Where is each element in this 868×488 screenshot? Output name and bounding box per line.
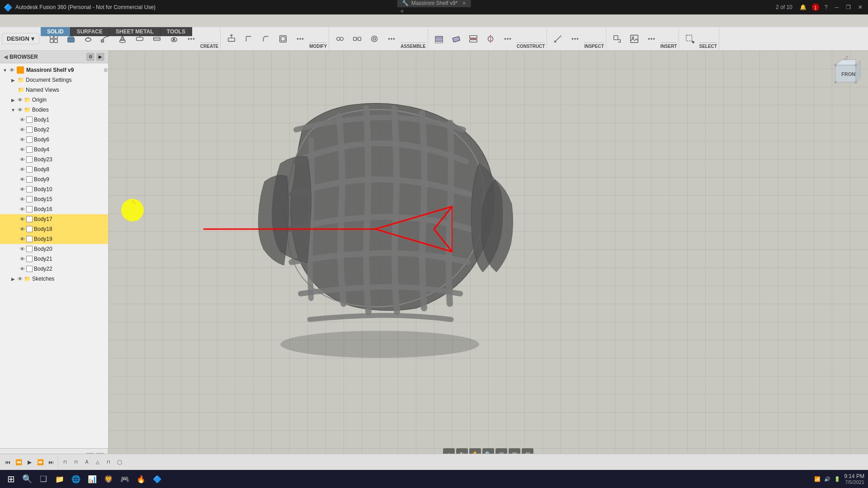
tree-body23[interactable]: 👁 Body23 <box>0 155 108 164</box>
browser-collapse-icon[interactable]: ◀ <box>4 54 8 60</box>
body19-eye-icon[interactable]: 👁 <box>20 236 25 242</box>
timeline-icon-2[interactable]: ⊓ <box>71 457 81 467</box>
canvas-btn[interactable] <box>626 33 642 45</box>
timeline-icon-4[interactable]: △ <box>93 457 103 467</box>
tree-sketches[interactable]: ▶ 👁 📁 Sketches <box>0 274 108 284</box>
sketches-eye-icon[interactable]: 👁 <box>18 276 23 282</box>
root-eye-icon[interactable]: 👁 <box>9 67 14 73</box>
playback-start-btn[interactable]: ⏮ <box>3 457 13 467</box>
body9-eye-icon[interactable]: 👁 <box>20 177 25 182</box>
excel-icon[interactable]: 📊 <box>85 472 99 486</box>
tab-close-icon[interactable]: ✕ <box>462 0 466 6</box>
minimize-btn[interactable]: ─ <box>833 3 840 11</box>
app-icon-1[interactable]: 🎮 <box>118 472 132 486</box>
edge-icon[interactable]: 🌐 <box>69 472 83 486</box>
timeline-icon-1[interactable]: ⊓ <box>60 457 70 467</box>
body22-eye-icon[interactable]: 👁 <box>20 266 25 272</box>
axis-btn[interactable] <box>482 33 499 45</box>
brave-icon[interactable]: 🦁 <box>101 472 116 486</box>
body8-eye-icon[interactable]: 👁 <box>20 167 25 172</box>
tree-body22[interactable]: 👁 Body22 <box>0 264 108 274</box>
sketches-expand-icon[interactable]: ▶ <box>10 276 16 282</box>
tab-solid[interactable]: SOLID <box>41 27 71 36</box>
body15-eye-icon[interactable]: 👁 <box>20 197 25 202</box>
viewport[interactable]: ↖ Z FRONT ⌂ ↻ <box>108 51 868 465</box>
tree-body21[interactable]: 👁 Body21 <box>0 254 108 264</box>
tree-body18[interactable]: 👁 Body18 <box>0 224 108 234</box>
body16-eye-icon[interactable]: 👁 <box>20 206 25 212</box>
joint-btn[interactable] <box>332 33 348 45</box>
timeline-icon-6[interactable]: ◯ <box>114 457 124 467</box>
timeline-icon-3[interactable]: A <box>82 457 92 467</box>
app-icon-3[interactable]: 🔷 <box>150 472 165 486</box>
notification-icon[interactable]: 🔔 <box>798 3 808 11</box>
body17-eye-icon[interactable]: 👁 <box>20 216 25 222</box>
as-built-joint-btn[interactable] <box>349 33 365 45</box>
playback-next-btn[interactable]: ⏩ <box>35 457 45 467</box>
tree-body8[interactable]: 👁 Body8 <box>0 164 108 174</box>
browser-expand-icon[interactable]: ▶ <box>96 53 104 61</box>
tree-body19[interactable]: 👁 Body19 <box>0 234 108 244</box>
bodies-expand-icon[interactable]: ▼ <box>10 107 16 113</box>
file-explorer-icon[interactable]: 📁 <box>52 472 67 486</box>
midplane-btn[interactable] <box>465 33 481 45</box>
tree-doc-settings[interactable]: ▶ 📁 Document Settings <box>0 75 108 85</box>
bodies-eye-icon[interactable]: 👁 <box>18 107 23 113</box>
tree-origin[interactable]: ▶ 👁 📁 Origin <box>0 95 108 105</box>
body2-eye-icon[interactable]: 👁 <box>20 127 25 132</box>
tree-body6[interactable]: 👁 Body6 <box>0 135 108 145</box>
origin-eye-icon[interactable]: 👁 <box>18 97 23 103</box>
tree-body1[interactable]: 👁 Body1 <box>0 115 108 125</box>
design-dropdown[interactable]: DESIGN ▾ <box>2 33 39 44</box>
playback-end-btn[interactable]: ⏭ <box>46 457 56 467</box>
tab-surface[interactable]: SURFACE <box>71 27 109 36</box>
insert-more-btn[interactable] <box>643 33 660 45</box>
playback-prev-btn[interactable]: ⏪ <box>14 457 24 467</box>
search-taskbar-icon[interactable]: 🔍 <box>20 472 34 486</box>
restore-btn[interactable]: ❐ <box>844 3 853 11</box>
help-icon[interactable]: ? <box>823 3 830 11</box>
task-view-icon[interactable]: ❑ <box>36 472 51 486</box>
shell-btn[interactable] <box>275 33 291 45</box>
tree-body15[interactable]: 👁 Body15 <box>0 194 108 204</box>
doc-settings-expand-icon[interactable]: ▶ <box>10 77 16 83</box>
tab-tools[interactable]: TOOLS <box>160 27 192 36</box>
tree-body16[interactable]: 👁 Body16 <box>0 204 108 214</box>
modify-more-btn[interactable] <box>292 33 308 45</box>
body18-eye-icon[interactable]: 👁 <box>20 226 25 232</box>
tree-root[interactable]: ▼ 👁 Massironi Shelf v9 ⚙ <box>0 65 108 75</box>
tree-body20[interactable]: 👁 Body20 <box>0 244 108 254</box>
named-views-expand-icon[interactable]: ▶ <box>10 87 16 93</box>
tree-body4[interactable]: 👁 Body4 <box>0 145 108 155</box>
body6-eye-icon[interactable]: 👁 <box>20 137 25 142</box>
body21-eye-icon[interactable]: 👁 <box>20 256 25 262</box>
timeline-icon-5[interactable]: ⊓ <box>104 457 113 467</box>
viewcube[interactable]: Z FRONT <box>826 56 863 92</box>
plane-at-angle-btn[interactable] <box>448 33 464 45</box>
body23-eye-icon[interactable]: 👁 <box>20 157 25 162</box>
app-icon-2[interactable]: 🔥 <box>134 472 148 486</box>
fillet-btn[interactable] <box>241 33 257 45</box>
tab-sheetmetal[interactable]: SHEET METAL <box>109 27 160 36</box>
browser-settings-icon[interactable]: ⚙ <box>86 53 94 61</box>
tree-bodies[interactable]: ▼ 👁 📁 Bodies <box>0 105 108 115</box>
offset-plane-btn[interactable] <box>431 33 447 45</box>
assemble-more-btn[interactable] <box>383 33 400 45</box>
body1-eye-icon[interactable]: 👁 <box>20 117 25 122</box>
tree-body10[interactable]: 👁 Body10 <box>0 184 108 194</box>
rigid-group-btn[interactable] <box>366 33 382 45</box>
construct-more-btn[interactable] <box>500 33 516 45</box>
tree-body9[interactable]: 👁 Body9 <box>0 174 108 184</box>
select-btn[interactable] <box>682 33 698 45</box>
model-tab[interactable]: 🔧 Massironi Shelf v9* ✕ <box>397 0 471 7</box>
root-options-icon[interactable]: ⚙ <box>104 67 108 73</box>
chamfer-btn[interactable] <box>258 33 274 45</box>
measure-btn[interactable] <box>550 33 566 45</box>
insert-derive-btn[interactable] <box>609 33 625 45</box>
close-btn[interactable]: ✕ <box>856 3 864 11</box>
origin-expand-icon[interactable]: ▶ <box>10 97 16 103</box>
root-expand-icon[interactable]: ▼ <box>2 67 8 73</box>
inspect-more-btn[interactable] <box>567 33 583 45</box>
body20-eye-icon[interactable]: 👁 <box>20 246 25 252</box>
tree-body17[interactable]: 👁 Body17 <box>0 214 108 224</box>
